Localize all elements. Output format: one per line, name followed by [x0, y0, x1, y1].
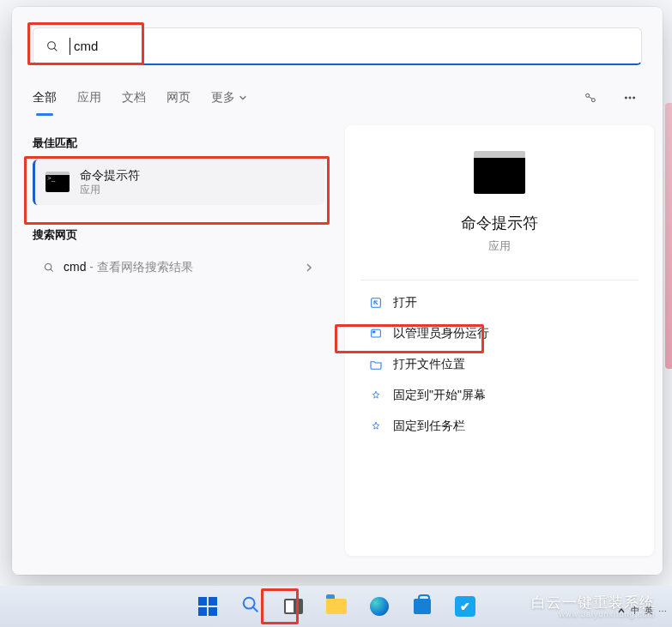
- result-title: 命令提示符: [80, 168, 140, 184]
- svg-point-7: [45, 263, 51, 270]
- file-explorer-button[interactable]: [320, 590, 353, 623]
- open-icon: [369, 296, 383, 310]
- detail-app-icon: [474, 151, 525, 194]
- search-input[interactable]: [74, 39, 125, 53]
- search-icon: [43, 262, 55, 274]
- devices-icon: [584, 91, 597, 105]
- action-run-as-admin[interactable]: 以管理员身份运行: [360, 318, 639, 349]
- action-open[interactable]: 打开: [360, 287, 639, 318]
- best-match-header: 最佳匹配: [33, 136, 324, 151]
- search-icon: [45, 39, 59, 53]
- detail-separator: [360, 280, 639, 280]
- action-label: 以管理员身份运行: [393, 326, 489, 341]
- results-column: 最佳匹配 命令提示符 应用 搜索网页 cmd - 查看网络搜索结果: [33, 136, 324, 284]
- action-pin-start[interactable]: 固定到"开始"屏幕: [360, 380, 639, 411]
- search-web-header: 搜索网页: [33, 227, 324, 243]
- svg-line-13: [252, 607, 257, 612]
- folder-icon: [326, 599, 347, 614]
- action-label: 打开文件位置: [393, 357, 465, 372]
- cmd-app-icon: [45, 172, 70, 192]
- svg-point-0: [48, 41, 56, 49]
- detail-pane: 命令提示符 应用 打开 以管理员身份运行 打开文件位置 固定到"开始"屏幕 固定…: [345, 125, 654, 556]
- svg-rect-11: [372, 331, 375, 334]
- search-icon: [241, 595, 260, 614]
- action-label: 打开: [393, 295, 417, 310]
- taskbar-search-button[interactable]: [234, 590, 267, 623]
- app-icon: ✔: [455, 596, 475, 617]
- filter-tabs: 全部 应用 文档 网页 更多: [33, 81, 642, 115]
- detail-subtitle: 应用: [488, 238, 511, 254]
- best-match-result[interactable]: 命令提示符 应用: [33, 160, 324, 205]
- web-hint: - 查看网络搜索结果: [86, 260, 192, 274]
- edge-icon: [370, 597, 389, 616]
- tray-more[interactable]: ⋯: [658, 606, 667, 616]
- text-caret: [70, 38, 70, 55]
- pin-icon: [369, 389, 383, 402]
- svg-point-12: [243, 598, 254, 609]
- ime-indicator[interactable]: 英: [645, 605, 653, 617]
- action-label: 固定到"开始"屏幕: [393, 388, 486, 403]
- result-subtitle: 应用: [80, 184, 140, 196]
- svg-point-5: [629, 97, 631, 99]
- app-shortcut-button[interactable]: ✔: [449, 590, 481, 623]
- tab-more-label: 更多: [211, 90, 235, 106]
- web-search-result[interactable]: cmd - 查看网络搜索结果: [33, 251, 324, 284]
- tab-more[interactable]: 更多: [211, 87, 247, 109]
- desktop-accent-strip: [665, 103, 672, 369]
- search-box[interactable]: [33, 27, 642, 65]
- ellipsis-icon: [623, 91, 637, 105]
- chevron-right-icon: [304, 262, 314, 273]
- edge-button[interactable]: [363, 590, 396, 623]
- more-options-button[interactable]: [618, 86, 642, 110]
- tab-web[interactable]: 网页: [166, 87, 191, 109]
- svg-point-4: [625, 97, 627, 99]
- svg-line-1: [54, 48, 57, 51]
- shield-icon: [369, 327, 383, 341]
- system-tray[interactable]: 中 英 ⋯: [617, 605, 667, 617]
- detail-title: 命令提示符: [461, 213, 538, 233]
- connected-devices-button[interactable]: [578, 86, 602, 110]
- task-view-button[interactable]: [277, 590, 310, 623]
- microsoft-store-button[interactable]: [406, 590, 439, 623]
- svg-point-2: [586, 93, 590, 97]
- svg-rect-10: [372, 329, 381, 337]
- action-open-location[interactable]: 打开文件位置: [360, 349, 639, 380]
- action-label: 固定到任务栏: [393, 419, 465, 434]
- chevron-up-icon: [617, 606, 626, 615]
- tab-all[interactable]: 全部: [33, 87, 57, 109]
- store-icon: [414, 599, 431, 614]
- folder-icon: [369, 358, 383, 371]
- svg-point-3: [591, 99, 595, 102]
- svg-point-6: [633, 97, 635, 99]
- chevron-down-icon: [239, 93, 247, 102]
- ime-indicator[interactable]: 中: [631, 605, 639, 617]
- tab-apps[interactable]: 应用: [77, 87, 101, 109]
- windows-logo-icon: [198, 597, 217, 616]
- action-pin-taskbar[interactable]: 固定到任务栏: [360, 411, 639, 442]
- tab-documents[interactable]: 文档: [122, 87, 146, 109]
- task-view-icon: [284, 599, 303, 614]
- start-button[interactable]: [191, 590, 224, 623]
- search-panel: 全部 应用 文档 网页 更多 最佳匹配 命令提示符 应用 搜索网页: [12, 7, 663, 575]
- web-term: cmd: [64, 260, 86, 274]
- svg-line-8: [51, 268, 53, 271]
- pin-icon: [369, 419, 383, 433]
